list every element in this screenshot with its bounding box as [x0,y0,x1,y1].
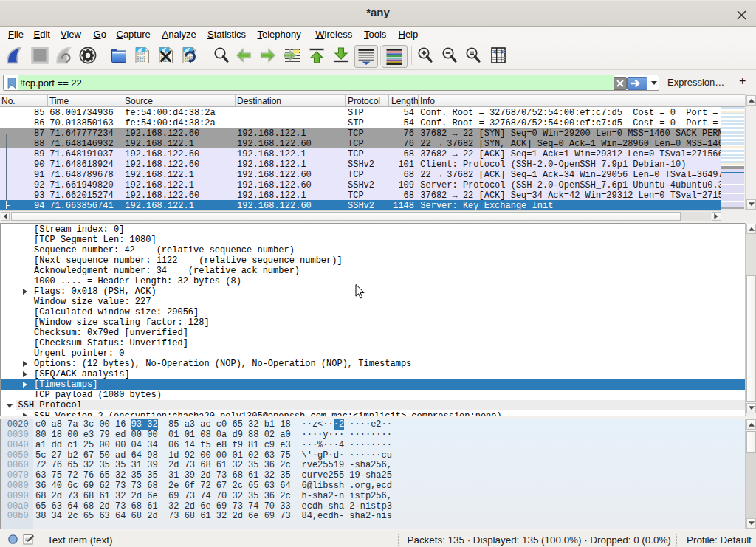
svg-text:0111: 0111 [137,59,146,63]
